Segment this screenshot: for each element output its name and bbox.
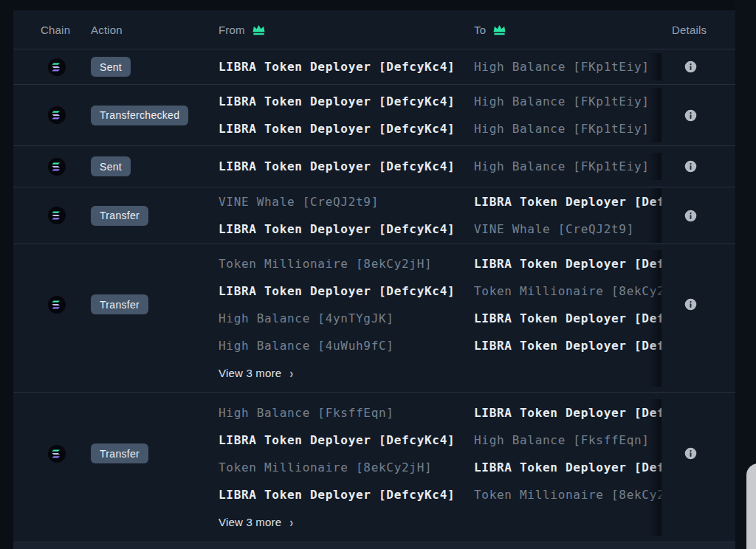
crown-icon[interactable] bbox=[252, 24, 266, 36]
solana-icon bbox=[48, 445, 66, 463]
crown-icon[interactable] bbox=[492, 24, 506, 36]
info-icon[interactable] bbox=[684, 298, 697, 311]
solana-icon bbox=[48, 296, 66, 314]
action-badge: Transfer bbox=[91, 294, 148, 314]
from-address[interactable]: Token Millionaire [8ekCy2jH] bbox=[219, 454, 474, 481]
from-address[interactable]: LIBRA Token Deployer [DefcyKc4] bbox=[219, 115, 474, 142]
to-address[interactable]: High Balance [FKp1tEiy] bbox=[474, 88, 662, 115]
action-badge: Transfer bbox=[91, 443, 148, 463]
to-address[interactable]: LIBRA Token Deployer [DefcyKc4] bbox=[474, 454, 662, 481]
chevron-right-icon: › bbox=[289, 365, 293, 380]
transaction-row: Transfer High Balance [FksffEqn] LIBRA T… bbox=[13, 392, 735, 542]
column-header-action: Action bbox=[91, 24, 219, 36]
info-icon[interactable] bbox=[684, 447, 697, 460]
transaction-row: Sent LIBRA Token Deployer [DefcyKc4] Hig… bbox=[13, 49, 735, 84]
solana-icon bbox=[48, 58, 66, 76]
transaction-row: Transferchecked LIBRA Token Deployer [De… bbox=[13, 84, 735, 145]
to-address[interactable]: LIBRA Token Deployer [DefcyKc4] bbox=[474, 305, 662, 332]
to-address[interactable]: Token Millionaire [8ekCy2jH] bbox=[474, 277, 662, 305]
table-header: Chain Action From To Details bbox=[13, 10, 735, 49]
action-badge: Sent bbox=[91, 57, 131, 77]
column-header-chain: Chain bbox=[13, 24, 91, 36]
column-header-to: To bbox=[474, 23, 662, 36]
from-address[interactable]: LIBRA Token Deployer [DefcyKc4] bbox=[219, 53, 474, 80]
column-header-from: From bbox=[219, 23, 474, 36]
action-badge: Transferchecked bbox=[91, 106, 188, 125]
info-icon[interactable] bbox=[684, 61, 697, 73]
to-address[interactable]: High Balance [FKp1tEiy] bbox=[474, 53, 662, 80]
to-address[interactable]: High Balance [FKp1tEiy] bbox=[474, 153, 662, 180]
from-address[interactable]: Token Millionaire [8ekCy2jH] bbox=[219, 250, 474, 277]
to-address[interactable]: VINE Whale [CreQJ2t9] bbox=[474, 215, 662, 243]
column-header-from-label: From bbox=[219, 24, 245, 36]
from-address[interactable]: High Balance [4ynTYgJK] bbox=[219, 305, 474, 332]
from-address[interactable]: LIBRA Token Deployer [DefcyKc4] bbox=[219, 427, 474, 454]
transaction-row: Transfer Token Millionaire [8ekCy2jH] LI… bbox=[13, 244, 735, 392]
from-address[interactable]: VINE Whale [CreQJ2t9] bbox=[219, 188, 474, 215]
solana-icon bbox=[48, 106, 66, 124]
view-more-button[interactable]: View 3 more › bbox=[219, 359, 474, 387]
from-address[interactable]: High Balance [4uWuh9fC] bbox=[219, 332, 474, 359]
to-address[interactable]: LIBRA Token Deployer [DefcyKc4] bbox=[474, 188, 662, 215]
to-address[interactable]: LIBRA Token Deployer [DefcyKc4] bbox=[474, 399, 662, 427]
column-header-details: Details bbox=[662, 10, 735, 49]
from-address[interactable]: LIBRA Token Deployer [DefcyKc4] bbox=[219, 153, 474, 180]
to-address[interactable]: LIBRA Token Deployer [DefcyKc4] bbox=[474, 250, 662, 277]
chat-widget[interactable] bbox=[746, 463, 756, 549]
solana-icon bbox=[48, 158, 66, 176]
from-address[interactable]: LIBRA Token Deployer [DefcyKc4] bbox=[219, 481, 474, 508]
from-address[interactable]: LIBRA Token Deployer [DefcyKc4] bbox=[219, 88, 474, 115]
transaction-row: Transfer VINE Whale [CreQJ2t9] LIBRA Tok… bbox=[13, 187, 735, 244]
to-address[interactable]: LIBRA Token Deployer [DefcyKc4] bbox=[474, 332, 662, 359]
view-more-button[interactable]: View 3 more › bbox=[219, 508, 474, 536]
info-icon[interactable] bbox=[684, 160, 697, 173]
from-address[interactable]: LIBRA Token Deployer [DefcyKc4] bbox=[219, 277, 474, 305]
transactions-table: Chain Action From To Details Sent LIBRA … bbox=[13, 10, 735, 549]
from-address[interactable]: High Balance [FksffEqn] bbox=[219, 399, 474, 427]
info-icon[interactable] bbox=[684, 109, 697, 122]
solana-icon bbox=[48, 207, 66, 224]
to-address[interactable]: High Balance [FKp1tEiy] bbox=[474, 115, 662, 142]
to-address[interactable]: Token Millionaire [8ekCy2jH] bbox=[474, 481, 662, 508]
info-icon[interactable] bbox=[684, 210, 697, 222]
chevron-right-icon: › bbox=[289, 514, 293, 529]
column-header-to-label: To bbox=[474, 24, 486, 36]
action-badge: Transfer bbox=[91, 206, 148, 226]
action-badge: Sent bbox=[91, 156, 131, 176]
transaction-row: Sent LIBRA Token Deployer [DefcyKc4] Hig… bbox=[13, 145, 735, 187]
view-more-label: View 3 more bbox=[219, 367, 281, 379]
view-more-label: View 3 more bbox=[219, 516, 281, 528]
to-address[interactable]: High Balance [FksffEqn] bbox=[474, 427, 662, 454]
from-address[interactable]: LIBRA Token Deployer [DefcyKc4] bbox=[219, 215, 474, 243]
transaction-row-partial bbox=[13, 542, 735, 549]
